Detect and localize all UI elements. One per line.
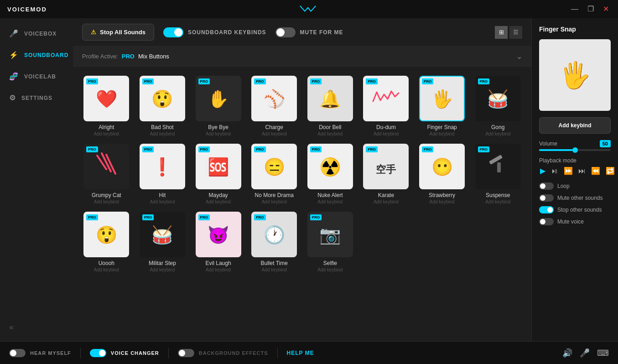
sound-keybind-19[interactable]: Add keybind — [206, 267, 231, 272]
sound-card-4[interactable]: PRO ⚾ Charge Add keybind — [250, 76, 299, 136]
fade-in-button[interactable]: ⏭ — [577, 166, 587, 176]
sound-card-12[interactable]: PRO 😑 No More Drama Add keybind — [250, 144, 299, 204]
add-keybind-button[interactable]: Add keybind — [539, 117, 611, 134]
sound-visual-13: ☢️ — [319, 156, 341, 177]
sound-visual-15: 😶 — [431, 156, 453, 177]
sound-keybind-9[interactable]: Add keybind — [94, 199, 119, 204]
sound-card-21[interactable]: PRO 📷 Selfie Add keybind — [306, 212, 355, 272]
repeat-button[interactable]: 🔁 — [605, 166, 616, 176]
mute-other-option: Mute other sounds — [539, 194, 611, 202]
mute-toggle-knob — [276, 28, 285, 36]
sound-card-6[interactable]: PRO Du-dum Add keybind — [362, 76, 410, 136]
profile-bar[interactable]: Profile Active: PRO Mix Buttons ⌄ — [73, 47, 531, 67]
hear-myself-group: HEAR MYSELF — [9, 349, 71, 357]
sound-card-18[interactable]: PRO 🥁 Militar Step Add keybind — [138, 212, 187, 272]
hear-myself-toggle[interactable] — [9, 349, 26, 357]
minimize-button[interactable]: — — [569, 4, 580, 15]
sound-card-10[interactable]: PRO ❗ Hit Add keybind — [138, 144, 187, 204]
sound-keybind-11[interactable]: Add keybind — [206, 199, 231, 204]
sound-visual-18: 🥁 — [151, 224, 173, 245]
collapse-button[interactable]: « — [0, 313, 73, 341]
sidebar-item-soundboard[interactable]: ⚡ SOUNDBOARD — [0, 44, 73, 66]
options-list: Loop Mute other sounds Stop other sounds… — [539, 182, 611, 225]
profile-pro-badge: PRO — [122, 53, 135, 60]
pro-badge-21: PRO — [310, 214, 322, 220]
sound-card-17[interactable]: PRO 😲 Uoooh Add keybind — [82, 212, 131, 272]
sound-card-19[interactable]: PRO 😈 Evil Laugh Add keybind — [194, 212, 243, 272]
sound-card-1[interactable]: PRO ❤️ Alright Add keybind — [82, 76, 131, 136]
sound-card-7[interactable]: PRO 🖐 Finger Snap Add keybind — [418, 76, 467, 136]
sound-keybind-10[interactable]: Add keybind — [150, 199, 175, 204]
sound-keybind-1[interactable]: Add keybind — [94, 131, 119, 136]
stop-all-button[interactable]: ⚠ Stop All Sounds — [82, 24, 154, 41]
sound-card-11[interactable]: PRO 🆘 Mayday Add keybind — [194, 144, 243, 204]
help-link[interactable]: HELP ME — [287, 350, 314, 356]
sound-visual-12: 😑 — [264, 156, 285, 177]
sound-name-11: Mayday — [209, 192, 228, 198]
playback-label: Playback mode — [539, 157, 611, 164]
sound-card-13[interactable]: PRO ☢️ Nuke Alert Add keybind — [306, 144, 355, 204]
sound-card-8[interactable]: PRO 🥁 Gong Add keybind — [473, 76, 522, 136]
sound-visual-20: 🕐 — [264, 224, 285, 245]
sound-card-14[interactable]: PRO 空手 Karate Add keybind — [362, 144, 410, 204]
sound-name-16: Suspense — [486, 192, 510, 198]
bottom-divider-1 — [80, 348, 81, 359]
sound-card-9[interactable]: PRO Grumpy Cat Add keybind — [82, 144, 131, 204]
sound-keybind-21[interactable]: Add keybind — [317, 267, 343, 272]
mute-toggle[interactable] — [275, 27, 296, 37]
sidebar-item-voicebox[interactable]: 🎤 VOICEBOX — [0, 23, 73, 44]
sound-keybind-16[interactable]: Add keybind — [485, 199, 510, 204]
sound-keybind-17[interactable]: Add keybind — [94, 267, 119, 272]
mute-other-toggle[interactable] — [539, 194, 554, 202]
sound-card-5[interactable]: PRO 🔔 Door Bell Add keybind — [306, 76, 355, 136]
mic-icon[interactable]: 🎤 — [580, 348, 590, 358]
skip-forward-button[interactable]: ⏩ — [563, 166, 574, 176]
close-button[interactable]: ✕ — [601, 4, 611, 15]
sound-card-3[interactable]: PRO ✋ Bye Bye Add keybind — [194, 76, 243, 136]
loop-toggle[interactable] — [539, 182, 554, 190]
sound-keybind-3[interactable]: Add keybind — [206, 131, 231, 136]
sound-keybind-2[interactable]: Add keybind — [150, 131, 175, 136]
window-controls[interactable]: — ❐ ✕ — [569, 4, 611, 15]
keyboard-icon[interactable]: ⌨ — [597, 348, 609, 358]
sound-keybind-13[interactable]: Add keybind — [317, 199, 343, 204]
sound-keybind-14[interactable]: Add keybind — [374, 199, 399, 204]
sound-thumb-2: PRO 😲 — [140, 76, 185, 121]
sound-card-15[interactable]: PRO 😶 Strawberry Add keybind — [418, 144, 467, 204]
sound-name-12: No More Drama — [255, 192, 294, 198]
sound-name-5: Door Bell — [319, 124, 341, 130]
sidebar-item-voicelab[interactable]: 🧬 VOICELAB — [0, 66, 73, 87]
stop-other-toggle[interactable] — [539, 206, 554, 213]
sound-visual-16 — [484, 151, 512, 182]
volume-slider[interactable] — [539, 149, 611, 151]
sidebar-item-settings[interactable]: ⚙ SETTINGS — [0, 87, 73, 109]
sound-keybind-4[interactable]: Add keybind — [262, 131, 287, 136]
sound-keybind-5[interactable]: Add keybind — [317, 131, 343, 136]
sound-keybind-8[interactable]: Add keybind — [485, 131, 510, 136]
sound-card-20[interactable]: PRO 🕐 Bullet Time Add keybind — [250, 212, 299, 272]
grid-view-button[interactable]: ⊞ — [495, 26, 508, 39]
bg-effects-toggle[interactable] — [178, 349, 194, 357]
bg-effects-group: BACKGROUND EFFECTS — [178, 349, 268, 357]
fade-out-button[interactable]: ⏪ — [590, 166, 601, 176]
mute-voice-toggle[interactable] — [539, 218, 554, 225]
sound-card-16[interactable]: PRO Suspense Add keybind — [473, 144, 522, 204]
maximize-button[interactable]: ❐ — [586, 4, 596, 15]
sound-keybind-20[interactable]: Add keybind — [262, 267, 287, 272]
volume-fill — [539, 149, 575, 151]
keybinds-label: SOUNDBOARD KEYBINDS — [188, 29, 266, 36]
sound-keybind-15[interactable]: Add keybind — [430, 199, 455, 204]
volume-icon[interactable]: 🔊 — [562, 348, 572, 358]
play-button[interactable]: ▶ — [539, 166, 546, 176]
sound-keybind-7[interactable]: Add keybind — [430, 131, 455, 136]
keybinds-toggle[interactable] — [163, 27, 183, 37]
sound-card-2[interactable]: PRO 😲 Bad Shot Add keybind — [138, 76, 187, 136]
voice-changer-toggle[interactable] — [90, 349, 106, 357]
sound-keybind-18[interactable]: Add keybind — [150, 267, 175, 272]
sound-keybind-6[interactable]: Add keybind — [374, 131, 399, 136]
sound-name-13: Nuke Alert — [317, 192, 343, 198]
list-view-button[interactable]: ☰ — [509, 26, 522, 39]
play-pause-button[interactable]: ⏯ — [550, 166, 559, 176]
sound-keybind-12[interactable]: Add keybind — [262, 199, 287, 204]
keybinds-toggle-knob — [174, 28, 182, 36]
